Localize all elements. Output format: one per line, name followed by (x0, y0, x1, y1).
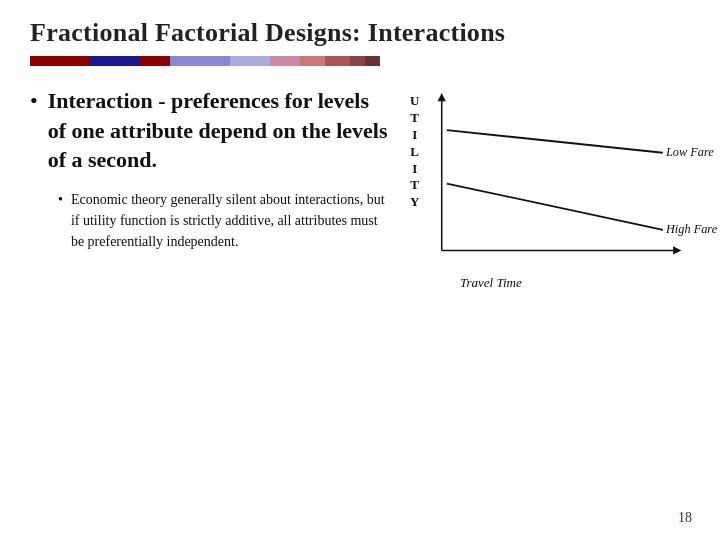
color-bar (30, 56, 690, 66)
page-number: 18 (678, 510, 692, 526)
slide: Fractional Factorial Designs: Interactio… (0, 0, 720, 540)
sub-bullet-item: • Economic theory generally silent about… (58, 189, 390, 252)
chart-container: U T I L I T Y (410, 91, 700, 291)
main-bullet: • Interaction - preferences for levels o… (30, 86, 390, 175)
left-panel: • Interaction - preferences for levels o… (30, 86, 390, 252)
high-fare-label: High Fare (665, 222, 718, 236)
sub-bullet-dot: • (58, 192, 63, 208)
svg-line-4 (447, 130, 663, 153)
y-axis-label: U T I L I T Y (410, 91, 420, 256)
low-fare-label: Low Fare (665, 145, 714, 159)
svg-marker-3 (673, 246, 681, 254)
page-title: Fractional Factorial Designs: Interactio… (30, 18, 690, 48)
svg-marker-2 (438, 93, 446, 101)
sub-bullet-text: Economic theory generally silent about i… (71, 189, 390, 252)
bullet-dot: • (30, 88, 38, 114)
x-axis-label: Travel Time (460, 275, 522, 291)
content-area: • Interaction - preferences for levels o… (30, 86, 690, 291)
chart-area: Low Fare High Fare (430, 91, 690, 271)
main-bullet-text: Interaction - preferences for levels of … (48, 86, 390, 175)
chart-svg: Low Fare High Fare (430, 91, 690, 271)
sub-bullets: • Economic theory generally silent about… (58, 189, 390, 252)
svg-line-5 (447, 184, 663, 230)
right-panel: U T I L I T Y (410, 86, 700, 291)
